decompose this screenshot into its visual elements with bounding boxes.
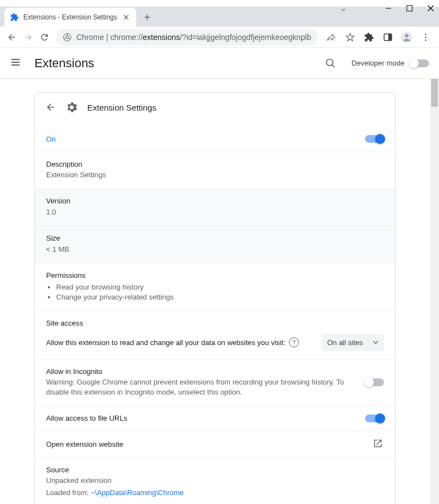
- source-path: Loaded from: ~\AppData\Roaming\Chrome: [46, 488, 384, 498]
- profile-button[interactable]: [398, 28, 416, 46]
- menu-button[interactable]: [417, 28, 435, 46]
- svg-rect-1: [407, 6, 412, 11]
- site-access-row: Allow this extension to read and change …: [35, 331, 395, 359]
- site-access-value: On all sites: [327, 338, 363, 347]
- reload-button[interactable]: [38, 28, 52, 46]
- chevron-down-icon: [373, 341, 378, 344]
- url-text: Chrome | chrome://extensions/?id=iakjjge…: [76, 33, 311, 42]
- svg-line-11: [64, 38, 66, 39]
- site-access-label: Site access: [46, 319, 83, 327]
- source-label: Source: [46, 466, 384, 474]
- developer-mode-row: Developer mode: [352, 59, 429, 67]
- extensions-button[interactable]: [360, 28, 378, 46]
- file-urls-row: Allow access to file URLs: [35, 406, 395, 430]
- svg-point-23: [326, 59, 333, 66]
- svg-line-24: [332, 64, 335, 67]
- version-value: 1.0: [46, 207, 384, 218]
- open-external-icon: [373, 438, 384, 450]
- svg-point-17: [425, 33, 427, 35]
- svg-rect-14: [388, 34, 392, 41]
- description-value: Extension Settings: [46, 170, 384, 181]
- version-label: Version: [46, 197, 384, 205]
- scrollbar[interactable]: [430, 79, 439, 504]
- svg-point-16: [405, 34, 408, 37]
- open-website-label: Open extension website: [46, 440, 373, 448]
- status-label: On: [46, 135, 56, 143]
- sidepanel-button[interactable]: [379, 28, 397, 46]
- main-menu-button[interactable]: [10, 57, 23, 70]
- titlebar: [0, 0, 439, 7]
- source-type: Unpacked extension: [46, 476, 384, 486]
- maximize-button[interactable]: [406, 4, 413, 12]
- enable-toggle[interactable]: [365, 135, 384, 143]
- site-access-desc: Allow this extension to read and change …: [46, 338, 286, 347]
- forward-button[interactable]: [21, 28, 36, 46]
- description-label: Description: [46, 160, 384, 168]
- tab-title: Extensions - Extension Settings: [23, 13, 117, 21]
- share-button[interactable]: [322, 28, 340, 46]
- window-dropdown-icon[interactable]: [340, 6, 347, 13]
- page-title: Extensions: [34, 56, 310, 71]
- incognito-row: Allow in Incognito Warning: Google Chrom…: [35, 359, 395, 406]
- browser-toolbar: Chrome | chrome://extensions/?id=iakjjge…: [0, 27, 439, 48]
- chrome-icon: [63, 33, 72, 42]
- permissions-list: Read your browsing history Change your p…: [56, 283, 384, 301]
- incognito-warning: Warning: Google Chrome cannot prevent ex…: [46, 377, 365, 398]
- site-access-header: Site access: [35, 311, 395, 331]
- minimize-button[interactable]: [385, 4, 392, 12]
- permissions-label: Permissions: [46, 271, 384, 280]
- incognito-label: Allow in Incognito: [46, 367, 365, 376]
- tab-close-button[interactable]: [122, 13, 131, 22]
- developer-mode-toggle[interactable]: [410, 59, 429, 67]
- new-tab-button[interactable]: [139, 9, 155, 25]
- extension-favicon: [10, 13, 19, 22]
- search-button[interactable]: [321, 53, 341, 73]
- file-urls-toggle[interactable]: [365, 415, 384, 422]
- permission-item: Read your browsing history: [56, 283, 384, 291]
- back-button[interactable]: [4, 28, 19, 46]
- permission-item: Change your privacy-related settings: [56, 293, 384, 301]
- svg-point-18: [425, 36, 427, 38]
- size-value: < 1 MB: [46, 244, 384, 255]
- svg-point-9: [66, 36, 69, 38]
- open-website-row[interactable]: Open extension website: [35, 430, 395, 457]
- status-row: On: [35, 124, 395, 152]
- size-label: Size: [46, 234, 384, 242]
- permissions-row: Permissions Read your browsing history C…: [35, 263, 395, 311]
- svg-point-19: [425, 39, 427, 41]
- developer-mode-label: Developer mode: [352, 59, 405, 67]
- close-window-button[interactable]: [427, 4, 435, 12]
- extension-name: Extension Settings: [87, 103, 156, 112]
- gear-icon: [65, 101, 78, 114]
- size-row: Size < 1 MB: [35, 226, 395, 263]
- address-bar[interactable]: Chrome | chrome://extensions/?id=iakjjge…: [56, 29, 318, 46]
- extensions-header: Extensions Developer mode: [0, 48, 439, 79]
- site-access-dropdown[interactable]: On all sites: [322, 334, 384, 351]
- version-row: Version 1.0: [35, 188, 395, 226]
- description-row: Description Extension Settings: [35, 152, 395, 188]
- svg-line-12: [68, 38, 71, 39]
- back-arrow-button[interactable]: [45, 102, 56, 113]
- extension-detail-card: Extension Settings On Description Extens…: [34, 92, 396, 504]
- browser-tab[interactable]: Extensions - Extension Settings: [4, 8, 136, 27]
- incognito-toggle[interactable]: [365, 378, 384, 386]
- file-urls-label: Allow access to file URLs: [46, 414, 365, 422]
- bookmark-button[interactable]: [341, 28, 359, 46]
- scrollbar-thumb[interactable]: [431, 79, 438, 107]
- source-path-link[interactable]: ~\AppData\Roaming\Chrome: [91, 488, 183, 497]
- tab-strip: Extensions - Extension Settings: [0, 7, 439, 27]
- source-row: Source Unpacked extension Loaded from: ~…: [35, 457, 395, 504]
- help-icon[interactable]: ?: [289, 337, 299, 347]
